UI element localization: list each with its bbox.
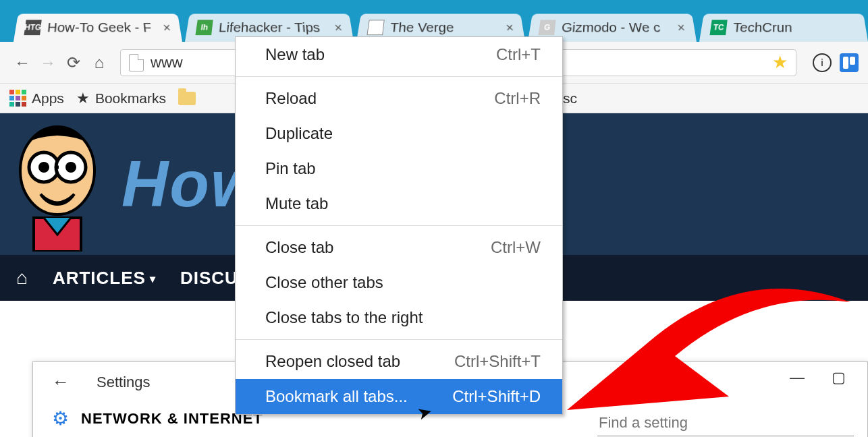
extension-icon-trello[interactable] <box>840 53 859 72</box>
settings-search-input[interactable] <box>597 409 854 436</box>
chevron-down-icon: ▾ <box>150 273 156 285</box>
tab-close-icon[interactable]: × <box>505 20 514 35</box>
favicon-verge: ▼ <box>367 20 384 35</box>
ctx-close-other-tabs[interactable]: Close other tabs <box>236 265 562 300</box>
window-titlebar <box>0 0 868 8</box>
folder-icon <box>178 92 196 105</box>
ctx-mute-tab[interactable]: Mute tab <box>236 186 562 221</box>
tab-techcrunch[interactable]: TC TechCrun <box>699 13 868 42</box>
tab-close-icon[interactable]: × <box>676 20 686 35</box>
ctx-bookmark-all-tabs[interactable]: Bookmark all tabs... Ctrl+Shift+D <box>236 379 562 414</box>
ctx-reopen-closed[interactable]: Reopen closed tab Ctrl+Shift+T <box>236 344 562 379</box>
tab-label: How-To Geek - F <box>47 20 160 35</box>
apps-label: Apps <box>32 90 64 107</box>
apps-button[interactable]: Apps <box>9 90 64 107</box>
settings-title: Settings <box>97 374 151 391</box>
tab-label: Gizmodo - We c <box>561 20 674 35</box>
ctx-shortcut: Ctrl+W <box>491 238 541 257</box>
forward-button[interactable]: → <box>35 53 61 72</box>
nav-home-icon[interactable]: ⌂ <box>16 267 28 289</box>
ctx-label: Close tabs to the right <box>265 308 423 327</box>
ctx-separator <box>236 225 562 226</box>
tab-label: The Verge <box>389 20 503 35</box>
tab-context-menu: New tab Ctrl+T Reload Ctrl+R Duplicate P… <box>235 36 563 415</box>
bookmarks-label: Bookmarks <box>95 90 166 107</box>
tab-howtogeek[interactable]: HTG How-To Geek - F × <box>13 13 182 42</box>
ctx-label: Mute tab <box>265 194 328 213</box>
bookmarks-folder-generic[interactable] <box>178 92 196 105</box>
ctx-new-tab[interactable]: New tab Ctrl+T <box>236 37 562 72</box>
site-mascot-icon <box>7 117 108 252</box>
ctx-label: Reopen closed tab <box>265 352 400 371</box>
nav-discussion[interactable]: DISCU <box>180 268 238 289</box>
ctx-duplicate[interactable]: Duplicate <box>236 116 562 151</box>
nav-articles[interactable]: ARTICLES▾ <box>53 268 156 289</box>
apps-icon <box>9 90 26 107</box>
ctx-close-tab[interactable]: Close tab Ctrl+W <box>236 230 562 265</box>
favicon-gizmodo: G <box>538 20 555 35</box>
minimize-button[interactable]: — <box>790 369 805 386</box>
ctx-separator <box>236 339 562 340</box>
bookmarks-folder-main[interactable]: ★ Bookmarks <box>76 90 166 107</box>
ctx-label: Pin tab <box>265 159 316 178</box>
bookmark-star-icon[interactable]: ★ <box>772 52 788 73</box>
ctx-label: Reload <box>265 89 317 108</box>
settings-back-button[interactable]: ← <box>52 372 70 392</box>
window-controls: — ▢ <box>782 362 854 393</box>
tab-close-icon[interactable]: × <box>162 20 171 35</box>
ctx-shortcut: Ctrl+R <box>494 89 541 108</box>
ctx-label: Bookmark all tabs... <box>265 387 408 406</box>
favicon-htg: HTG <box>24 20 41 35</box>
ctx-separator <box>236 76 562 77</box>
gear-icon: ⚙ <box>52 407 69 430</box>
reload-button[interactable]: ⟳ <box>61 53 86 72</box>
ctx-label: Duplicate <box>265 124 333 143</box>
tab-label: Lifehacker - Tips <box>218 20 331 35</box>
page-icon <box>129 54 144 71</box>
nav-articles-label: ARTICLES <box>53 268 146 288</box>
ctx-shortcut: Ctrl+Shift+T <box>454 352 541 371</box>
ctx-label: Close other tabs <box>265 273 383 292</box>
ctx-pin-tab[interactable]: Pin tab <box>236 151 562 186</box>
url-text: www <box>151 54 183 71</box>
ctx-label: Close tab <box>265 238 333 257</box>
home-button[interactable]: ⌂ <box>86 53 112 72</box>
ctx-shortcut: Ctrl+T <box>496 45 541 64</box>
svg-point-3 <box>38 162 49 173</box>
extension-icon-info[interactable]: i <box>813 53 832 72</box>
back-button[interactable]: ← <box>9 53 35 72</box>
ctx-shortcut: Ctrl+Shift+D <box>452 387 541 406</box>
svg-point-4 <box>65 162 76 173</box>
tab-label: TechCrun <box>732 20 858 35</box>
favicon-lifehacker: lh <box>195 20 213 35</box>
star-icon: ★ <box>76 90 90 107</box>
ctx-reload[interactable]: Reload Ctrl+R <box>236 81 562 116</box>
maximize-button[interactable]: ▢ <box>832 369 846 386</box>
tab-close-icon[interactable]: × <box>333 20 343 35</box>
ctx-close-tabs-right[interactable]: Close tabs to the right <box>236 300 562 335</box>
ctx-label: New tab <box>265 45 325 64</box>
favicon-techcrunch: TC <box>709 20 727 35</box>
